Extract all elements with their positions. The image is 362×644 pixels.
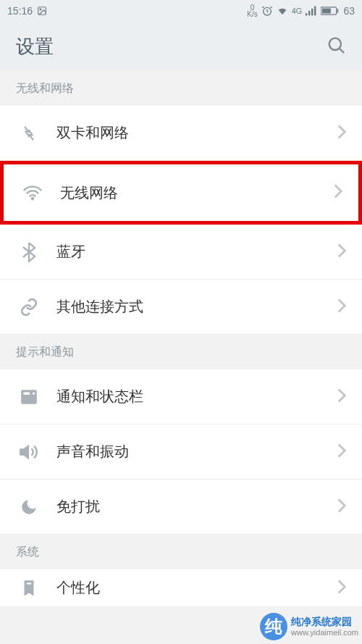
chevron-right-icon [337, 243, 346, 261]
sound-icon [16, 439, 42, 465]
svg-rect-6 [314, 7, 316, 16]
battery-icon [321, 6, 340, 16]
svg-point-12 [32, 198, 33, 199]
svg-rect-5 [311, 9, 313, 16]
chevron-right-icon [337, 443, 346, 461]
settings-item-dnd[interactable]: 免打扰 [0, 480, 362, 535]
image-icon [37, 6, 47, 16]
bluetooth-icon [16, 239, 42, 265]
svg-rect-4 [308, 11, 310, 15]
dnd-label: 免打扰 [56, 497, 337, 517]
personalization-label: 个性化 [56, 578, 337, 598]
chevron-right-icon [337, 498, 346, 516]
svg-rect-8 [322, 9, 331, 14]
moon-icon [16, 494, 42, 520]
battery-percent: 63 [343, 5, 355, 17]
chevron-right-icon [337, 580, 346, 597]
settings-item-notification-status[interactable]: 通知和状态栏 [0, 369, 362, 425]
svg-rect-16 [27, 582, 32, 584]
svg-rect-14 [23, 392, 30, 394]
section-notifications-header: 提示和通知 [0, 335, 362, 369]
chevron-right-icon [337, 125, 346, 142]
settings-item-bluetooth[interactable]: 蓝牙 [0, 225, 362, 280]
sound-label: 声音和振动 [56, 442, 337, 461]
svg-rect-9 [337, 9, 339, 12]
settings-item-sound[interactable]: 声音和振动 [0, 425, 362, 480]
status-bar: 15:16 0 K/s 4G 63 [0, 0, 362, 22]
chevron-right-icon [337, 298, 346, 316]
settings-item-sim[interactable]: 双卡和网络 [0, 106, 362, 161]
section-system-header: 系统 [0, 535, 362, 569]
other-connection-label: 其他连接方式 [56, 297, 337, 317]
notification-icon [16, 384, 42, 410]
watermark-label: 纯净系统家园 [291, 616, 358, 628]
svg-point-1 [40, 9, 41, 10]
settings-item-personalization[interactable]: 个性化 [0, 569, 362, 607]
sim-icon [16, 120, 42, 146]
signal-icon [306, 6, 317, 16]
settings-header: 设置 [0, 22, 362, 71]
watermark: 纯 纯净系统家园 www.yidaimeil.com [260, 613, 358, 640]
wifi-icon [20, 180, 46, 206]
chevron-right-icon [337, 388, 346, 406]
status-time: 15:16 [7, 5, 33, 17]
watermark-logo: 纯 [260, 613, 287, 640]
search-icon[interactable] [326, 35, 346, 58]
sim-label: 双卡和网络 [56, 123, 337, 143]
chevron-right-icon [334, 184, 342, 201]
svg-line-11 [340, 49, 344, 53]
section-wireless-header: 无线和网络 [0, 71, 362, 106]
wifi-label: 无线网络 [60, 183, 334, 203]
notification-status-label: 通知和状态栏 [56, 387, 337, 406]
bluetooth-label: 蓝牙 [56, 242, 337, 262]
personalization-icon [16, 575, 42, 601]
link-icon [16, 294, 42, 320]
svg-point-15 [33, 392, 35, 394]
svg-rect-3 [306, 13, 307, 15]
svg-rect-13 [21, 390, 37, 404]
wifi-status-icon [277, 5, 288, 17]
net-speed-indicator: 0 K/s [247, 4, 257, 17]
settings-item-wifi[interactable]: 无线网络 [0, 161, 362, 225]
signal-type: 4G [292, 7, 303, 15]
watermark-url: www.yidaimeil.com [291, 628, 358, 637]
alarm-icon [261, 5, 273, 17]
page-title: 设置 [16, 34, 54, 59]
settings-item-other-connection[interactable]: 其他连接方式 [0, 280, 362, 335]
